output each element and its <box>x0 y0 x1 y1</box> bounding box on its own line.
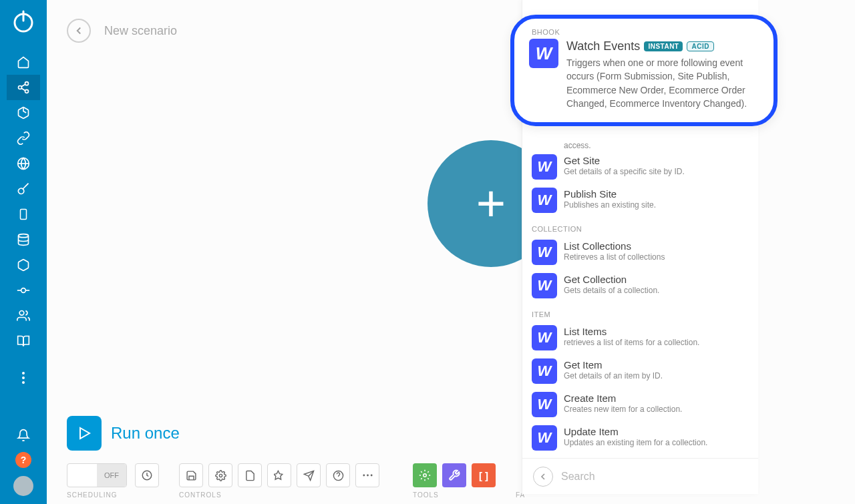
scheduling-label: SCHEDULING <box>67 491 159 499</box>
nav-connections[interactable] <box>7 125 40 151</box>
tools-group: [ ] TOOLS <box>413 463 496 499</box>
nav-scenarios[interactable] <box>7 75 40 100</box>
webflow-icon: W <box>532 188 557 213</box>
scheduling-group: OFF SCHEDULING <box>67 463 159 499</box>
tools-label: TOOLS <box>413 491 496 499</box>
svg-point-27 <box>367 475 369 477</box>
webflow-icon: W <box>532 358 557 384</box>
nav-users[interactable] <box>7 303 40 328</box>
svg-point-26 <box>363 475 365 477</box>
action-item[interactable]: W Create Item Creates new item for a col… <box>532 389 749 423</box>
scenario-title[interactable]: New scenario <box>104 24 177 38</box>
save-button[interactable] <box>179 463 203 487</box>
notifications-icon[interactable] <box>7 423 40 448</box>
action-title: Create Item <box>564 393 749 404</box>
highlight-title: Watch Events <box>566 39 640 53</box>
svg-point-15 <box>19 311 24 316</box>
scheduling-off-label: OFF <box>97 463 126 487</box>
controls-label: CONTROLS <box>179 491 379 499</box>
search-back-button[interactable] <box>533 467 553 487</box>
nav-commit-icon[interactable] <box>7 278 40 303</box>
svg-point-21 <box>219 474 222 477</box>
webflow-icon: W <box>532 154 557 180</box>
nav-templates[interactable] <box>7 100 40 125</box>
nav-webhooks[interactable] <box>7 151 40 176</box>
brackets-icon: [ ] <box>479 470 488 481</box>
svg-point-17 <box>22 376 25 379</box>
action-title: Publish Site <box>564 188 749 200</box>
nav-datastores[interactable] <box>7 227 40 252</box>
run-once-button[interactable] <box>67 416 102 451</box>
section-label: ITEM <box>532 310 749 318</box>
schedule-settings-button[interactable] <box>135 463 159 487</box>
action-item[interactable]: W Update Item Updates an existing item f… <box>532 423 749 456</box>
nav-keys[interactable] <box>7 176 40 202</box>
webflow-icon: W <box>529 39 558 68</box>
action-desc: Gets details of a collection. <box>564 286 749 296</box>
action-item[interactable]: W Get Item Get details of an item by ID. <box>532 356 749 389</box>
nav-devices[interactable] <box>7 202 40 227</box>
svg-marker-19 <box>80 428 90 439</box>
action-item[interactable]: W Get Collection Gets details of a colle… <box>532 270 749 304</box>
svg-point-2 <box>25 82 29 85</box>
action-item[interactable]: W List Collections Retireves a list of c… <box>532 237 749 270</box>
help-button[interactable] <box>326 463 350 487</box>
webflow-icon: W <box>532 425 557 451</box>
svg-point-29 <box>423 474 427 477</box>
svg-point-16 <box>22 372 25 374</box>
action-title: List Collections <box>564 240 749 252</box>
text-parser-button[interactable]: [ ] <box>472 463 496 487</box>
svg-point-12 <box>21 288 26 293</box>
highlight-section-label: BHOOK <box>532 28 756 36</box>
svg-point-18 <box>22 381 25 384</box>
highlight-desc: Triggers when one or more following even… <box>566 56 756 110</box>
back-button[interactable] <box>67 19 91 43</box>
action-desc: retrieves a list of items for a collecti… <box>564 338 749 348</box>
action-desc: Creates new item for a collection. <box>564 405 749 415</box>
flow-control-button[interactable] <box>442 463 466 487</box>
notes-button[interactable] <box>238 463 262 487</box>
search-input[interactable] <box>561 471 747 483</box>
webflow-icon: W <box>532 392 557 417</box>
highlighted-action[interactable]: BHOOK W Watch Events INSTANT ACID Trigge… <box>510 15 778 126</box>
help-icon[interactable]: ? <box>15 452 31 468</box>
action-item[interactable]: W Get Site Get details of a specific sit… <box>532 152 749 185</box>
settings-button[interactable] <box>208 463 232 487</box>
svg-point-28 <box>370 475 372 477</box>
app-logo <box>9 8 37 36</box>
action-title: Get Item <box>564 359 749 370</box>
webflow-icon: W <box>532 273 557 298</box>
section-label: COLLECTION <box>532 225 749 233</box>
svg-point-11 <box>19 234 29 238</box>
svg-point-4 <box>25 89 29 93</box>
explain-flow-button[interactable] <box>297 463 321 487</box>
panel-search-bar <box>522 458 758 494</box>
sidebar: ? <box>0 0 47 504</box>
partial-desc: access. <box>564 141 749 152</box>
more-button[interactable] <box>355 463 379 487</box>
scheduling-toggle[interactable]: OFF <box>67 463 127 487</box>
acid-badge: ACID <box>687 41 713 51</box>
svg-point-3 <box>19 86 22 89</box>
plus-icon: + <box>476 178 506 229</box>
action-title: List Items <box>564 326 749 337</box>
instant-badge: INSTANT <box>644 41 683 51</box>
controls-group: CONTROLS <box>179 463 379 499</box>
action-title: Get Collection <box>564 274 749 285</box>
action-item[interactable]: W Publish Site Publishes an existing sit… <box>532 185 749 218</box>
nav-home[interactable] <box>7 49 40 75</box>
user-avatar[interactable] <box>13 476 33 496</box>
action-title: Get Site <box>564 155 749 166</box>
tools-button[interactable] <box>413 463 437 487</box>
action-item[interactable]: W List Items retrieves a list of items f… <box>532 322 749 356</box>
action-desc: Get details of an item by ID. <box>564 371 749 382</box>
highlight-title-row: Watch Events INSTANT ACID <box>566 39 756 53</box>
run-once-label: Run once <box>111 424 180 443</box>
nav-datastructures[interactable] <box>7 252 40 278</box>
webflow-icon: W <box>532 240 557 265</box>
action-desc: Updates an existing item for a collectio… <box>564 438 749 449</box>
auto-align-button[interactable] <box>267 463 291 487</box>
more-menu-icon[interactable] <box>7 365 40 391</box>
nav-docs[interactable] <box>7 328 40 354</box>
action-title: Update Item <box>564 426 749 437</box>
